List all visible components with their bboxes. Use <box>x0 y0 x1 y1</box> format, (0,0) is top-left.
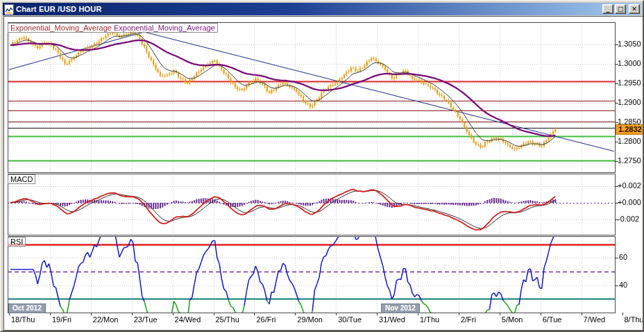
app-window: Chart EUR /USD HOUR _ □ ✕ Exponential_Mo… <box>0 0 644 332</box>
maximize-button[interactable]: □ <box>615 4 626 14</box>
window-title: Chart EUR /USD HOUR <box>16 5 600 13</box>
window-controls: _ □ ✕ <box>602 4 640 14</box>
window-icon <box>4 4 14 14</box>
close-button[interactable]: ✕ <box>629 4 640 14</box>
chart-canvas[interactable] <box>4 17 643 330</box>
title-bar[interactable]: Chart EUR /USD HOUR _ □ ✕ <box>3 3 641 15</box>
minimize-button[interactable]: _ <box>602 4 613 14</box>
chart-area: Exponential_Moving_Average Exponential_M… <box>3 16 643 331</box>
